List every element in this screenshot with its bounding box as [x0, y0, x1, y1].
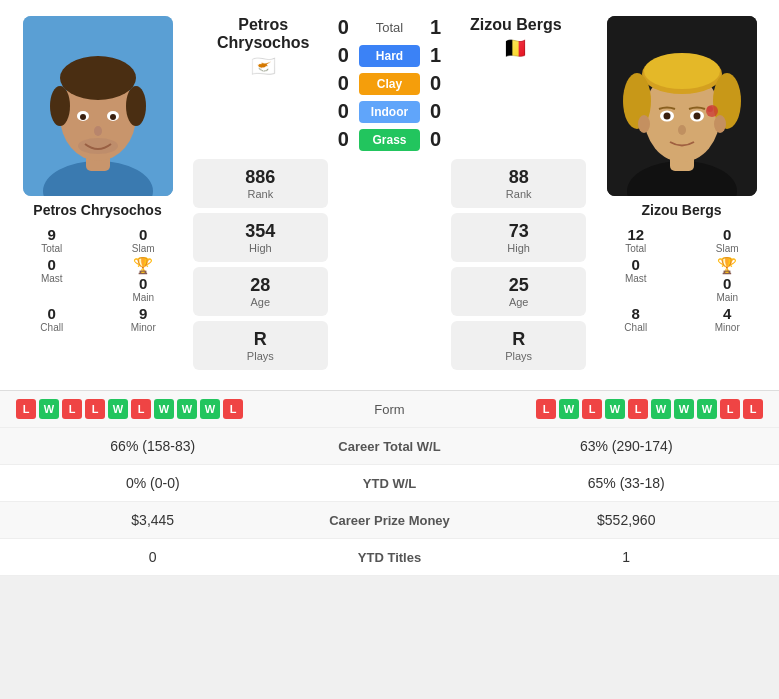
- player2-main-label: Main: [716, 292, 738, 303]
- form-badge: W: [697, 399, 717, 419]
- player1-prize: $3,445: [16, 512, 290, 528]
- form-badge: L: [223, 399, 243, 419]
- player1-minor-cell: 9 Minor: [102, 305, 186, 333]
- score-grass-left: 0: [333, 128, 353, 151]
- grass-badge: Grass: [359, 129, 419, 151]
- player2-stats: 12 Total 0 Slam 0 Mast 🏆 0 Main 8: [594, 226, 769, 333]
- player2-rank-value: 88: [467, 167, 570, 188]
- hard-badge: Hard: [359, 45, 419, 67]
- clay-badge: Clay: [359, 73, 419, 95]
- player1-name: Petros Chrysochos: [33, 202, 161, 218]
- svg-point-25: [663, 113, 670, 120]
- player2-plays-box: R Plays: [451, 321, 586, 370]
- player2-chall-label: Chall: [624, 322, 647, 333]
- player1-rank-value: 886: [209, 167, 312, 188]
- player1-career-wl: 66% (158-83): [16, 438, 290, 454]
- player2-name: Zizou Bergs: [641, 202, 721, 218]
- score-grass-right: 0: [426, 128, 446, 151]
- indoor-badge: Indoor: [359, 101, 419, 123]
- form-badge: W: [605, 399, 625, 419]
- player1-slam-cell: 0 Slam: [102, 226, 186, 254]
- svg-point-11: [94, 126, 102, 136]
- svg-point-10: [110, 114, 116, 120]
- top-section: Petros Chrysochos 9 Total 0 Slam 0 Mast …: [0, 0, 779, 386]
- score-indoor-left: 0: [333, 100, 353, 123]
- indoor-row: 0 Indoor 0: [333, 100, 445, 123]
- player2-chall-cell: 8 Chall: [594, 305, 678, 333]
- svg-point-20: [644, 53, 720, 89]
- svg-point-21: [638, 115, 650, 133]
- player1-section: Petros Chrysochos 9 Total 0 Slam 0 Mast …: [10, 16, 185, 370]
- player2-ytd-titles: 1: [490, 549, 764, 565]
- player2-trophy-cell: 🏆 0 Main: [686, 256, 770, 303]
- ytd-wl-label: YTD W/L: [290, 476, 490, 491]
- player2-career-wl: 63% (290-174): [490, 438, 764, 454]
- svg-point-5: [50, 86, 70, 126]
- form-row: LWLLWLWWWL Form LWLWLWWWLL: [0, 391, 779, 428]
- svg-point-26: [693, 113, 700, 120]
- player2-total-label: Total: [625, 243, 646, 254]
- player1-age-value: 28: [209, 275, 312, 296]
- player2-rank-label: Rank: [467, 188, 570, 200]
- player1-plays-box: R Plays: [193, 321, 328, 370]
- score-total-right: 1: [426, 16, 446, 39]
- player2-slam-cell: 0 Slam: [686, 226, 770, 254]
- score-clay-left: 0: [333, 72, 353, 95]
- player2-high-value: 73: [467, 221, 570, 242]
- ytd-titles-label: YTD Titles: [290, 550, 490, 565]
- player1-age-box: 28 Age: [193, 267, 328, 316]
- score-clay-right: 0: [426, 72, 446, 95]
- player2-main: 0: [723, 275, 731, 292]
- player1-photo: [23, 16, 173, 196]
- player1-plays-label: Plays: [209, 350, 312, 362]
- form-badge: L: [131, 399, 151, 419]
- clay-row: 0 Clay 0: [333, 72, 445, 95]
- form-badge: W: [559, 399, 579, 419]
- form-badge: L: [628, 399, 648, 419]
- prize-label: Career Prize Money: [290, 513, 490, 528]
- score-total-left: 0: [333, 16, 353, 39]
- player1-high-box: 354 High: [193, 213, 328, 262]
- main-container: Petros Chrysochos 9 Total 0 Slam 0 Mast …: [0, 0, 779, 576]
- player1-total: 9: [48, 226, 56, 243]
- svg-point-9: [80, 114, 86, 120]
- score-hard-left: 0: [333, 44, 353, 67]
- player1-trophy-cell: 🏆 0 Main: [102, 256, 186, 303]
- player2-flag: 🇧🇪: [503, 36, 528, 60]
- player2-rank-box: 88 Rank: [451, 159, 586, 208]
- player1-slam: 0: [139, 226, 147, 243]
- form-badge: W: [39, 399, 59, 419]
- ytd-wl-row: 0% (0-0) YTD W/L 65% (33-18): [0, 465, 779, 502]
- player2-total: 12: [627, 226, 644, 243]
- player1-mast-label: Mast: [41, 273, 63, 284]
- player2-chall: 8: [632, 305, 640, 322]
- player1-ytd-wl: 0% (0-0): [16, 475, 290, 491]
- svg-point-12: [78, 138, 118, 154]
- player2-plays-label: Plays: [467, 350, 570, 362]
- player1-stats: 9 Total 0 Slam 0 Mast 🏆 0 Main 0: [10, 226, 185, 333]
- player2-high-label: High: [467, 242, 570, 254]
- player1-form-badges: LWLLWLWWWL: [16, 399, 320, 419]
- svg-point-4: [60, 56, 136, 100]
- player1-main: 0: [139, 275, 147, 292]
- player2-section: Zizou Bergs 12 Total 0 Slam 0 Mast 🏆 0: [594, 16, 769, 370]
- form-badge: L: [743, 399, 763, 419]
- player2-total-cell: 12 Total: [594, 226, 678, 254]
- player1-mast: 0: [48, 256, 56, 273]
- hard-row: 0 Hard 1: [333, 44, 445, 67]
- player2-mast: 0: [632, 256, 640, 273]
- bottom-section: LWLLWLWWWL Form LWLWLWWWLL 66% (158-83) …: [0, 390, 779, 576]
- player2-prize: $552,960: [490, 512, 764, 528]
- player2-mast-cell: 0 Mast: [594, 256, 678, 303]
- player2-name-center: Zizou Bergs: [470, 16, 562, 34]
- svg-point-27: [678, 125, 686, 135]
- player2-minor-cell: 4 Minor: [686, 305, 770, 333]
- form-badge: W: [154, 399, 174, 419]
- player1-chall: 0: [48, 305, 56, 322]
- player2-photo: [607, 16, 757, 196]
- score-hard-right: 1: [426, 44, 446, 67]
- player2-age-label: Age: [467, 296, 570, 308]
- prize-row: $3,445 Career Prize Money $552,960: [0, 502, 779, 539]
- player2-minor-label: Minor: [715, 322, 740, 333]
- form-badge: L: [85, 399, 105, 419]
